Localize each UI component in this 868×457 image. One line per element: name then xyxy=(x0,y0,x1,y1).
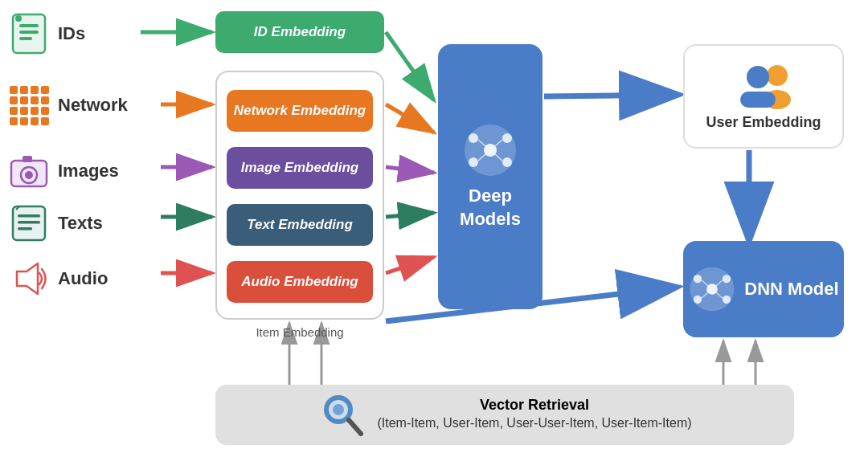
network-row: Network xyxy=(8,80,130,130)
user-embedding-box: User Embedding xyxy=(683,44,844,149)
images-icon xyxy=(8,150,50,192)
svg-rect-35 xyxy=(740,92,776,108)
texts-row: Texts xyxy=(8,198,130,248)
dnn-model-icon xyxy=(688,265,736,313)
diagram: { "title": "Recommendation System Archit… xyxy=(0,0,868,457)
svg-point-32 xyxy=(767,65,788,86)
item-embedding-label: Item Embedding xyxy=(256,325,343,339)
deep-to-user-embed-arrow xyxy=(544,95,675,96)
ids-row: IDs xyxy=(8,11,130,56)
vector-retrieval-box: Vector Retrieval (Item-Item, User-Item, … xyxy=(215,385,794,445)
audio-row: Audio xyxy=(8,254,130,304)
audio-embed-to-deep-arrow xyxy=(386,257,434,273)
search-icon xyxy=(317,389,366,441)
texts-label: Texts xyxy=(58,213,130,234)
images-row: Images xyxy=(8,146,130,196)
audio-icon xyxy=(8,258,50,300)
svg-point-38 xyxy=(694,275,702,283)
deep-models-label: Deep Models xyxy=(438,185,542,231)
text-embed-to-deep-arrow xyxy=(386,213,434,217)
ids-label: IDs xyxy=(58,23,130,44)
dnn-model-box: DNN Model xyxy=(683,241,844,337)
vector-retrieval-subtitle: (Item-Item, User-Item, User-User-Item, U… xyxy=(377,414,691,433)
id-embedding-box: ID Embedding xyxy=(215,11,384,53)
svg-point-27 xyxy=(502,157,512,167)
svg-point-39 xyxy=(723,275,731,283)
id-embed-to-deep-arrow xyxy=(386,32,434,100)
ids-icon xyxy=(8,13,50,55)
network-label: Network xyxy=(58,95,130,116)
svg-rect-10 xyxy=(19,24,39,27)
svg-point-26 xyxy=(469,157,478,167)
audio-label: Audio xyxy=(58,268,130,289)
svg-point-25 xyxy=(502,133,512,143)
deep-models-box: Deep Models xyxy=(438,44,542,309)
svg-point-17 xyxy=(25,171,33,179)
image-embedding-btn: Image Embedding xyxy=(227,147,373,189)
svg-point-48 xyxy=(333,404,344,415)
vector-retrieval-title: Vector Retrieval xyxy=(480,397,589,414)
item-embedding-box: Network Embedding Image Embedding Text E… xyxy=(215,71,384,320)
svg-point-40 xyxy=(694,296,702,304)
svg-point-34 xyxy=(747,66,769,88)
images-label: Images xyxy=(58,161,130,182)
deep-models-icon xyxy=(462,122,518,178)
user-embedding-label: User Embedding xyxy=(706,114,821,131)
svg-point-41 xyxy=(723,296,731,304)
network-embedding-btn: Network Embedding xyxy=(227,90,373,132)
id-embedding-label: ID Embedding xyxy=(254,24,346,40)
audio-embedding-btn: Audio Embedding xyxy=(227,261,373,303)
svg-point-24 xyxy=(469,133,478,143)
svg-rect-20 xyxy=(18,221,40,224)
network-icon xyxy=(8,84,50,126)
svg-line-49 xyxy=(349,420,361,434)
text-embedding-btn: Text Embedding xyxy=(227,204,373,246)
svg-rect-11 xyxy=(19,31,39,34)
image-embed-to-deep-arrow xyxy=(386,167,434,173)
network-embed-to-deep-arrow xyxy=(386,104,434,133)
texts-icon xyxy=(8,202,50,244)
user-group-icon xyxy=(727,63,800,109)
svg-rect-12 xyxy=(19,37,32,40)
dnn-model-label: DNN Model xyxy=(744,278,838,301)
svg-rect-21 xyxy=(18,227,32,231)
svg-rect-19 xyxy=(18,214,40,218)
svg-point-13 xyxy=(15,15,22,22)
svg-rect-15 xyxy=(23,156,32,162)
